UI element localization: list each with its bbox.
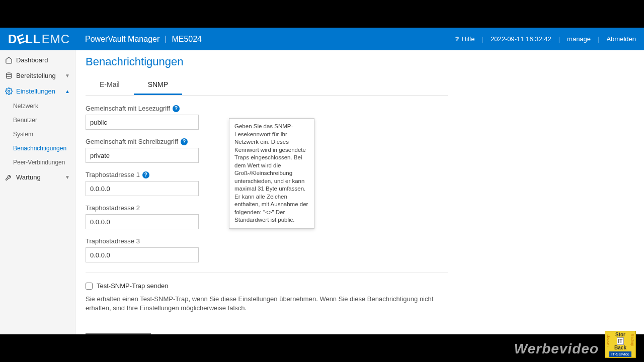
tab-email[interactable]: E-Mail [86,75,134,95]
user-name[interactable]: manage [567,35,591,43]
vendor-badge: Storage Backup Stor IT Back IT-Service [605,331,636,358]
tabs: E-Mail SNMP [86,75,448,96]
tooltip: Geben Sie das SNMP-Lesekennwort für Ihr … [229,118,314,229]
help-icon[interactable]: ? [181,138,188,145]
svg-point-1 [8,90,10,93]
home-icon [5,56,13,64]
test-trap-label: Test-SNMP-Trap senden [97,282,169,290]
nav-label: Wartung [16,173,41,181]
help-icon[interactable]: ? [173,105,180,112]
watermark: Werbevideo [514,341,599,357]
help-link[interactable]: ?Hilfe [455,35,475,43]
read-community-label: Gemeinschaft mit Lesezugriff [86,105,170,112]
nav-label: Einstellungen [16,87,55,95]
divider [86,273,448,273]
logo-emc: EMC [42,32,70,46]
trap2-label: Traphostadresse 2 [86,204,140,212]
trap3-label: Traphostadresse 3 [86,237,140,245]
sub-netzwerk[interactable]: Netzwerk [0,99,75,113]
snmp-submit-button[interactable]: SNMP festlegen [86,333,151,334]
trap1-input[interactable] [86,181,199,196]
nav-einstellungen[interactable]: Einstellungen ▲ [0,83,75,99]
test-trap-checkbox[interactable] [86,283,93,290]
gear-icon [5,87,13,95]
brand-divider: | [165,35,167,44]
trap3-input[interactable] [86,247,199,262]
read-community-input[interactable] [86,115,199,130]
nav-label: Dashboard [16,56,48,64]
nav-wartung[interactable]: Wartung ▼ [0,169,75,185]
sub-benutzer[interactable]: Benutzer [0,113,75,127]
chevron-down-icon: ▼ [65,73,70,78]
sub-system[interactable]: System [0,127,75,141]
write-community-label: Gemeinschaft mit Schreibzugriff [86,138,178,145]
page-title: Benachrichtigungen [86,55,634,68]
info-text: Sie erhalten einen Test-SNMP-Trap, wenn … [86,295,448,313]
svg-point-0 [7,73,12,75]
nav-label: Bereitstellung [16,72,56,79]
app-name: PowerVault Manager [85,35,159,44]
sidebar: Dashboard Bereitstellung ▼ Einstellungen… [0,50,75,334]
chevron-down-icon: ▼ [65,174,70,180]
tools-icon [5,173,13,181]
stack-icon [5,72,13,79]
nav-bereitstellung[interactable]: Bereitstellung ▼ [0,68,75,83]
main-content: Benachrichtigungen E-Mail SNMP Geben Sie… [75,50,644,334]
logo-dell: DELL [8,32,41,46]
test-trap-checkbox-row[interactable]: Test-SNMP-Trap senden [86,282,634,290]
help-icon[interactable]: ? [142,171,149,178]
chevron-up-icon: ▲ [65,88,70,94]
trap2-input[interactable] [86,214,199,229]
sub-benachrichtigungen[interactable]: Benachrichtigungen [0,141,75,155]
logo: DELL EMC [8,32,70,46]
tab-snmp[interactable]: SNMP [134,75,182,95]
model-name: ME5024 [172,35,202,44]
write-community-input[interactable] [86,148,199,163]
logout-link[interactable]: Abmelden [606,35,636,43]
top-bar: DELL EMC PowerVault Manager | ME5024 ?Hi… [0,28,644,50]
trap1-label: Traphostadresse 1 [86,171,140,178]
nav-dashboard[interactable]: Dashboard [0,52,75,68]
timestamp: 2022-09-11 16:32:42 [491,35,551,43]
sub-peer[interactable]: Peer-Verbindungen [0,155,75,169]
